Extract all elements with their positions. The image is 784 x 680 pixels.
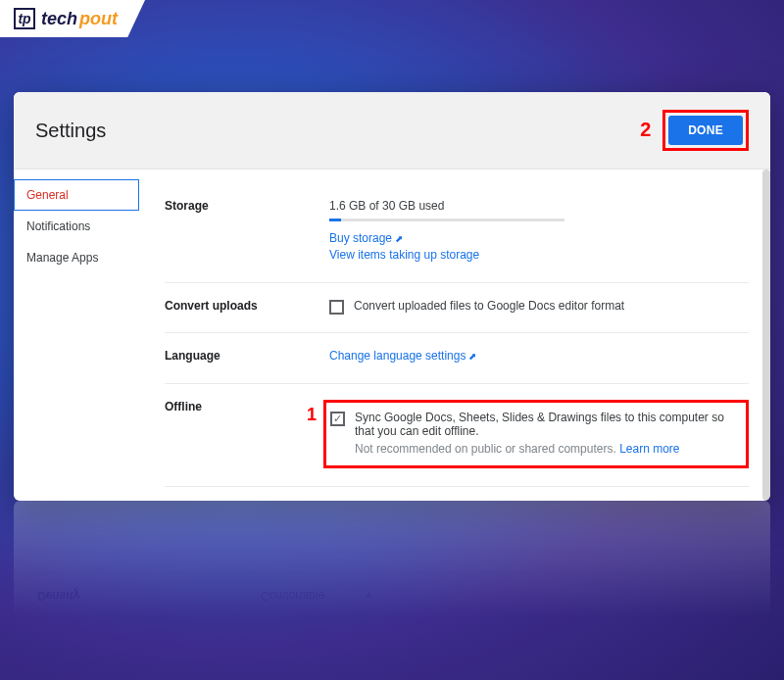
settings-content: Storage 1.6 GB of 30 GB used Buy storage… <box>139 170 770 501</box>
section-label-storage: Storage <box>165 199 329 265</box>
section-label-convert: Convert uploads <box>165 299 329 315</box>
settings-dialog: Settings 2 DONE General Notifications Ma… <box>14 92 770 501</box>
change-language-link[interactable]: Change language settings⬈ <box>329 349 749 363</box>
section-storage: Storage 1.6 GB of 30 GB used Buy storage… <box>165 183 749 283</box>
logo-text-tech: tech <box>41 9 77 29</box>
reflection-decoration: Density Comfortable▼ <box>14 501 770 618</box>
offline-checkbox-label: Sync Google Docs, Sheets, Slides & Drawi… <box>355 411 732 438</box>
section-convert-uploads: Convert uploads Convert uploaded files t… <box>165 283 749 333</box>
sidebar-item-manage-apps[interactable]: Manage Apps <box>14 242 139 273</box>
section-label-offline: Offline <box>165 400 329 468</box>
settings-sidebar: General Notifications Manage Apps <box>14 170 139 501</box>
section-offline: Offline 1 ✓ Sync Google Docs, Sheets, Sl… <box>165 384 749 487</box>
sidebar-item-notifications[interactable]: Notifications <box>14 211 139 242</box>
offline-note: Not recommended on public or shared comp… <box>355 442 732 456</box>
annotation-number-1: 1 <box>307 405 317 425</box>
section-body-offline: 1 ✓ Sync Google Docs, Sheets, Slides & D… <box>329 400 749 468</box>
section-density: Density Comfortable ▼ <box>165 487 749 501</box>
logo-icon: tp <box>14 8 35 29</box>
annotation-box-1: 1 ✓ Sync Google Docs, Sheets, Slides & D… <box>323 400 749 468</box>
section-body-convert: Convert uploaded files to Google Docs ed… <box>329 299 749 315</box>
external-link-icon: ⬈ <box>468 351 476 362</box>
section-language: Language Change language settings⬈ <box>165 333 749 384</box>
annotation-box-2: 2 DONE <box>662 110 749 151</box>
logo-text-pout: pout <box>79 9 118 29</box>
done-button[interactable]: DONE <box>668 116 743 145</box>
offline-sync-checkbox[interactable]: ✓ <box>330 412 345 426</box>
section-body-storage: 1.6 GB of 30 GB used Buy storage⬈ View i… <box>329 199 749 265</box>
section-body-language: Change language settings⬈ <box>329 349 749 365</box>
learn-more-link[interactable]: Learn more <box>619 442 679 456</box>
dialog-title: Settings <box>35 120 106 142</box>
buy-storage-link[interactable]: Buy storage⬈ <box>329 231 749 245</box>
view-items-link[interactable]: View items taking up storage <box>329 248 749 262</box>
annotation-number-2: 2 <box>640 119 651 141</box>
scrollbar[interactable] <box>762 170 770 501</box>
section-label-language: Language <box>165 349 329 365</box>
convert-checkbox[interactable] <box>329 300 344 315</box>
dialog-header: Settings 2 DONE <box>14 92 770 170</box>
sidebar-item-general[interactable]: General <box>14 179 139 211</box>
dialog-body: General Notifications Manage Apps Storag… <box>14 170 770 501</box>
storage-usage-text: 1.6 GB of 30 GB used <box>329 199 749 213</box>
external-link-icon: ⬈ <box>395 233 403 244</box>
storage-progress-bar <box>329 219 564 221</box>
storage-progress-fill <box>329 219 341 221</box>
site-logo-banner: tp tech pout <box>0 0 145 37</box>
convert-checkbox-label: Convert uploaded files to Google Docs ed… <box>354 299 624 313</box>
